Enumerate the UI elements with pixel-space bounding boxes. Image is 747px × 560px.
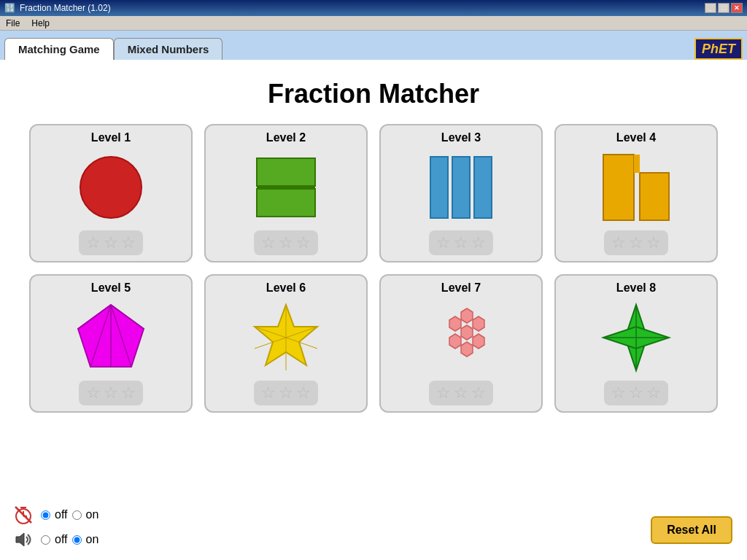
star-1: ☆ [86,384,101,402]
phet-logo: PhET [694,38,743,60]
level-1-image [36,150,185,225]
svg-rect-6 [474,157,492,218]
level-6-title: Level 6 [266,281,306,295]
svg-rect-1 [257,158,315,186]
level-4-stars: ☆ ☆ ☆ [604,230,668,255]
level-5-stars: ☆ ☆ ☆ [79,381,143,405]
level-6-card[interactable]: Level 6 ☆ ☆ ☆ [204,274,368,413]
level-7-title: Level 7 [441,281,481,295]
level-3-title: Level 3 [441,131,481,144]
star-2: ☆ [629,233,643,252]
level-5-image [36,300,185,375]
game-title: Fraction Matcher [7,67,740,124]
timer-off-label: off [55,508,68,521]
star-3: ☆ [296,233,311,252]
svg-rect-9 [634,155,640,173]
main-content: Fraction Matcher Level 1 ☆ ☆ ☆ Level 2 [0,60,747,560]
menu-file[interactable]: File [3,18,23,29]
star-3: ☆ [296,384,311,402]
svg-rect-4 [430,157,448,218]
level-2-card[interactable]: Level 2 ☆ ☆ ☆ [204,124,368,262]
tab-matching-game[interactable]: Matching Game [4,38,114,60]
svg-rect-2 [257,189,315,217]
timer-icon [12,503,35,526]
level-4-image [562,150,711,225]
star-2: ☆ [104,233,118,252]
svg-marker-26 [449,316,461,331]
star-2: ☆ [454,233,468,252]
level-6-stars: ☆ ☆ ☆ [254,381,318,405]
svg-rect-5 [452,157,470,218]
star-1: ☆ [86,233,101,252]
star-1: ☆ [261,233,276,252]
maximize-button[interactable]: □ [718,3,729,13]
level-8-image [562,300,711,375]
star-1: ☆ [436,384,451,402]
level-4-card[interactable]: Level 4 ☆ ☆ ☆ [554,124,718,262]
sound-icon [12,528,35,551]
sound-radio-group: off on [41,533,98,546]
tab-mixed-numbers[interactable]: Mixed Numbers [114,38,223,60]
level-2-title: Level 2 [266,131,306,144]
svg-marker-20 [461,325,473,340]
star-3: ☆ [121,233,136,252]
level-5-card[interactable]: Level 5 ☆ ☆ ☆ [29,274,193,413]
level-1-card[interactable]: Level 1 ☆ ☆ ☆ [29,124,193,262]
star-3: ☆ [471,233,486,252]
menu-help[interactable]: Help [28,18,53,29]
timer-on-radio[interactable] [72,510,82,520]
sound-off-radio[interactable] [41,535,50,545]
svg-marker-23 [473,334,484,349]
timer-off-radio[interactable] [41,510,50,520]
star-3: ☆ [646,233,661,252]
sound-off-label: off [55,533,68,546]
title-bar: 🔢 Fraction Matcher (1.02) _ □ ✕ [0,0,747,16]
star-2: ☆ [629,384,643,402]
level-8-stars: ☆ ☆ ☆ [604,381,668,405]
svg-marker-36 [16,533,24,546]
sound-control-row: off on [12,528,735,551]
level-4-title: Level 4 [616,131,656,144]
svg-rect-8 [640,173,669,220]
close-button[interactable]: ✕ [731,3,743,13]
star-3: ☆ [646,384,661,402]
menu-bar: File Help [0,16,747,31]
level-6-image [212,300,360,375]
minimize-button[interactable]: _ [705,3,716,13]
level-1-title: Level 1 [91,131,131,144]
app-icon: 🔢 [4,3,15,13]
star-2: ☆ [454,384,468,402]
level-8-title: Level 8 [616,281,656,295]
svg-point-0 [80,157,142,218]
level-8-card[interactable]: Level 8 ☆ ☆ ☆ [554,274,718,413]
timer-control-row: off on [12,503,735,526]
level-1-stars: ☆ ☆ ☆ [79,230,143,255]
svg-rect-7 [603,155,634,220]
bottom-controls: off on off on Reset All [0,494,747,560]
level-3-image [387,150,535,225]
level-3-stars: ☆ ☆ ☆ [429,230,493,255]
level-5-title: Level 5 [91,281,131,295]
star-3: ☆ [471,384,486,402]
star-1: ☆ [261,384,276,402]
level-2-stars: ☆ ☆ ☆ [254,230,318,255]
svg-marker-21 [461,308,473,323]
level-7-stars: ☆ ☆ ☆ [429,381,493,405]
reset-all-button[interactable]: Reset All [651,516,732,544]
level-3-card[interactable]: Level 3 ☆ ☆ ☆ [379,124,543,262]
star-2: ☆ [104,384,118,402]
svg-marker-22 [473,316,484,331]
star-2: ☆ [279,384,293,402]
level-7-card[interactable]: Level 7 [379,274,543,413]
star-3: ☆ [121,384,136,402]
svg-marker-25 [449,334,461,349]
star-1: ☆ [436,233,451,252]
star-1: ☆ [611,384,626,402]
level-7-image [387,300,535,375]
sound-on-radio[interactable] [72,535,82,545]
tabs: Matching Game Mixed Numbers PhET [0,31,747,60]
timer-on-label: on [86,508,99,521]
levels-grid: Level 1 ☆ ☆ ☆ Level 2 [7,124,740,413]
window-title: Fraction Matcher (1.02) [20,3,111,13]
title-bar-controls[interactable]: _ □ ✕ [705,3,743,13]
